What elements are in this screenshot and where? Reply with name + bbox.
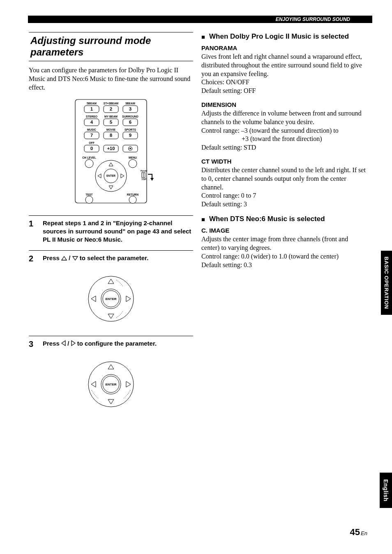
param-range: Control range: –3 (toward the surround d… — [201, 127, 366, 135]
svg-point-34 — [129, 148, 131, 149]
svg-point-37 — [85, 159, 93, 168]
svg-text:+10: +10 — [107, 146, 115, 151]
left-column: Adjusting surround mode parameters You c… — [29, 32, 193, 419]
step-2: 2 Press / to select the parameter. ENTER — [29, 250, 193, 329]
svg-text:OFF: OFF — [89, 141, 95, 144]
svg-text:3: 3 — [129, 106, 131, 111]
svg-text:YSP: YSP — [141, 178, 146, 180]
switch-down-arrow-icon — [150, 178, 154, 181]
svg-text:TV/AV: TV/AV — [140, 170, 147, 172]
step-text: Press / to configure the parameter. — [43, 339, 157, 348]
section-title: Adjusting surround mode parameters — [30, 35, 191, 58]
dpad-illustration-leftright: ENTER — [29, 355, 193, 415]
side-tab-operation: BASIC OPERATION — [381, 251, 392, 315]
svg-text:MENU: MENU — [129, 156, 137, 159]
svg-text:CH LEVEL: CH LEVEL — [82, 156, 96, 159]
svg-text:ST+3BEAM: ST+3BEAM — [104, 102, 119, 105]
dpad-illustration-updown: ENTER — [29, 270, 193, 329]
square-bullet-icon: ■ — [201, 33, 205, 41]
square-bullet-icon: ■ — [201, 215, 205, 224]
svg-text:3BEAM: 3BEAM — [125, 102, 135, 105]
svg-text:MOVIE: MOVIE — [106, 128, 115, 131]
svg-text:MUSIC: MUSIC — [87, 128, 96, 131]
param-title: CT WIDTH — [201, 158, 366, 165]
svg-marker-57 — [71, 341, 75, 346]
param-default: Default setting: 3 — [201, 200, 366, 209]
step-3: 3 Press / to configure the parameter. EN… — [29, 336, 193, 415]
svg-text:5: 5 — [110, 120, 112, 125]
param-dimension: DIMENSION Adjusts the difference in volu… — [201, 101, 366, 152]
step-number: 3 — [29, 339, 43, 349]
svg-text:2: 2 — [110, 106, 112, 111]
param-range-cont: +3 (toward the front direction) — [201, 135, 366, 143]
svg-text:RETURN: RETURN — [127, 193, 138, 196]
param-desc: Adjusts the difference in volume between… — [201, 109, 366, 127]
param-default: Default setting: OFF — [201, 87, 366, 95]
svg-text:TEST: TEST — [85, 193, 93, 196]
right-column: ■ When Dolby Pro Logic II Music is selec… — [201, 32, 366, 275]
svg-text:SPORTS: SPORTS — [125, 128, 136, 131]
param-desc: Gives front left and right channel sound… — [201, 53, 366, 78]
svg-text:8: 8 — [110, 133, 112, 138]
step-1: 1 Repeat steps 1 and 2 in "Enjoying 2-ch… — [29, 215, 193, 244]
param-title: C. IMAGE — [201, 227, 366, 234]
svg-point-38 — [129, 159, 137, 168]
svg-marker-56 — [62, 341, 65, 346]
remote-svg: 5BEAM ST+3BEAM 3BEAM 1 2 3 STEREO MY BEA… — [64, 98, 158, 205]
svg-text:9: 9 — [129, 133, 131, 138]
running-header: ENJOYING SURROUND SOUND — [28, 16, 372, 23]
heading-dolby: ■ When Dolby Pro Logic II Music is selec… — [201, 32, 366, 41]
step-number: 2 — [29, 254, 43, 263]
param-panorama: PANORAMA Gives front left and right chan… — [201, 44, 366, 95]
svg-text:STEREO: STEREO — [86, 115, 97, 118]
svg-text:MY BEAM: MY BEAM — [104, 115, 118, 118]
param-cimage: C. IMAGE Adjusts the center image from t… — [201, 227, 366, 269]
heading-dts: ■ When DTS Neo:6 Music is selected — [201, 215, 366, 224]
step-text: Repeat steps 1 and 2 in "Enjoying 2-chan… — [43, 219, 193, 244]
down-triangle-icon — [72, 256, 78, 261]
svg-text:6: 6 — [129, 120, 131, 125]
side-tab-language: English — [380, 473, 392, 508]
svg-text:SURROUND: SURROUND — [122, 115, 138, 118]
up-triangle-icon — [61, 256, 67, 261]
svg-text:1: 1 — [90, 106, 93, 111]
svg-point-49 — [129, 196, 136, 203]
param-range: Control range: 0.0 (wider) to 1.0 (towar… — [201, 252, 366, 261]
param-title: PANORAMA — [201, 44, 366, 51]
intro-text: You can configure the parameters for Dol… — [29, 66, 193, 92]
left-triangle-icon — [61, 340, 66, 346]
param-range: Control range: 0 to 7 — [201, 192, 366, 200]
param-choices: Choices: ON/OFF — [201, 78, 366, 87]
svg-marker-50 — [62, 256, 67, 260]
svg-text:ENTER: ENTER — [106, 174, 115, 177]
remote-illustration: 5BEAM ST+3BEAM 3BEAM 1 2 3 STEREO MY BEA… — [29, 98, 193, 206]
param-ctwidth: CT WIDTH Distributes the center channel … — [201, 158, 366, 209]
step-number: 1 — [29, 219, 43, 229]
svg-marker-51 — [73, 256, 78, 260]
svg-text:0: 0 — [90, 146, 93, 151]
svg-text:5BEAM: 5BEAM — [87, 102, 97, 105]
right-triangle-icon — [71, 340, 76, 346]
param-desc: Adjusts the center image from three chan… — [201, 235, 366, 252]
svg-text:7: 7 — [90, 133, 93, 138]
param-default: Default setting: 0.3 — [201, 261, 366, 270]
svg-text:ENTER: ENTER — [105, 297, 116, 301]
param-default: Default setting: STD — [201, 143, 366, 152]
step-text: Press / to select the parameter. — [43, 254, 148, 262]
section-title-box: Adjusting surround mode parameters — [29, 32, 193, 61]
svg-text:4: 4 — [90, 120, 93, 125]
page-number: 45En — [350, 527, 367, 538]
param-title: DIMENSION — [201, 101, 366, 108]
svg-text:ENTER: ENTER — [105, 383, 116, 386]
svg-point-48 — [85, 196, 93, 203]
param-desc: Distributes the center channel sound to … — [201, 166, 366, 192]
